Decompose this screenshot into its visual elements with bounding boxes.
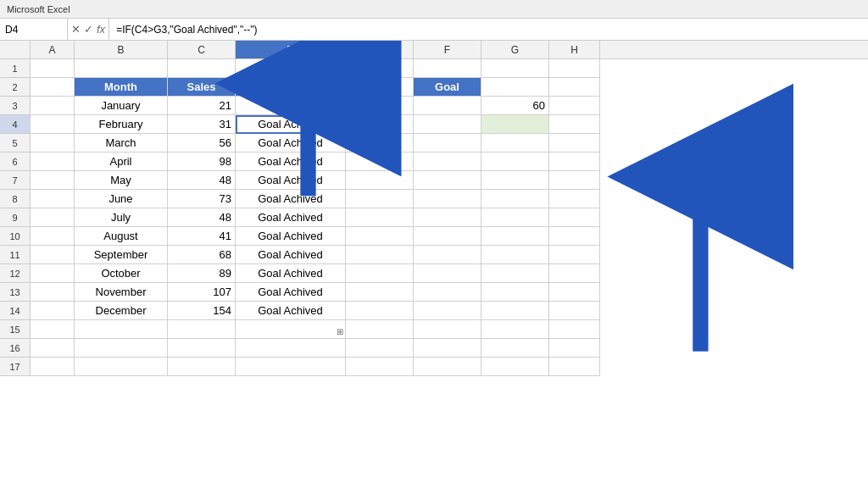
- cell-H1[interactable]: [549, 59, 600, 78]
- cell-A8[interactable]: [31, 190, 75, 208]
- cell-A17[interactable]: [31, 358, 75, 376]
- cell-H8[interactable]: [549, 190, 600, 208]
- cell-G6[interactable]: [481, 152, 549, 171]
- cell-C10[interactable]: 41: [168, 227, 236, 246]
- cell-H10[interactable]: [549, 227, 600, 246]
- cell-B17[interactable]: [75, 358, 168, 376]
- cell-C15[interactable]: [168, 320, 236, 339]
- cell-A4[interactable]: [31, 115, 75, 134]
- cell-G15[interactable]: [481, 320, 549, 339]
- cell-E1[interactable]: [346, 59, 414, 78]
- cell-H14[interactable]: [549, 302, 600, 320]
- cell-E10[interactable]: [346, 227, 414, 246]
- cell-A15[interactable]: [31, 320, 75, 339]
- cell-H2[interactable]: [549, 78, 600, 97]
- col-header-H[interactable]: H: [549, 41, 600, 58]
- cell-E4[interactable]: [346, 115, 414, 134]
- cell-C3[interactable]: 21: [168, 97, 236, 115]
- col-header-D[interactable]: D: [236, 41, 346, 58]
- cell-F2[interactable]: Goal: [414, 78, 481, 97]
- cell-B10[interactable]: August: [75, 227, 168, 246]
- cell-B4[interactable]: February: [75, 115, 168, 134]
- cell-A16[interactable]: [31, 339, 75, 358]
- cell-H9[interactable]: [549, 208, 600, 227]
- cell-F7[interactable]: [414, 171, 481, 190]
- cell-B1[interactable]: [75, 59, 168, 78]
- cell-F15[interactable]: [414, 320, 481, 339]
- cell-D13[interactable]: Goal Achived: [236, 283, 346, 302]
- cell-E3[interactable]: [346, 97, 414, 115]
- cell-H4[interactable]: [549, 115, 600, 134]
- col-header-A[interactable]: A: [31, 41, 75, 58]
- cell-H6[interactable]: [549, 152, 600, 171]
- cell-A9[interactable]: [31, 208, 75, 227]
- cell-D16[interactable]: [236, 339, 346, 358]
- cell-D12[interactable]: Goal Achived: [236, 264, 346, 283]
- cell-A11[interactable]: [31, 246, 75, 264]
- cell-C6[interactable]: 98: [168, 152, 236, 171]
- cell-A14[interactable]: [31, 302, 75, 320]
- cell-A10[interactable]: [31, 227, 75, 246]
- cell-H15[interactable]: [549, 320, 600, 339]
- cell-B16[interactable]: [75, 339, 168, 358]
- cell-H16[interactable]: [549, 339, 600, 358]
- cell-B14[interactable]: December: [75, 302, 168, 320]
- cell-E13[interactable]: [346, 283, 414, 302]
- cell-F14[interactable]: [414, 302, 481, 320]
- col-header-F[interactable]: F: [414, 41, 481, 58]
- cell-B5[interactable]: March: [75, 134, 168, 152]
- cell-C9[interactable]: 48: [168, 208, 236, 227]
- cell-E15[interactable]: [346, 320, 414, 339]
- cell-D10[interactable]: Goal Achived: [236, 227, 346, 246]
- cell-G10[interactable]: [481, 227, 549, 246]
- cell-D17[interactable]: [236, 358, 346, 376]
- cell-H17[interactable]: [549, 358, 600, 376]
- cell-G17[interactable]: [481, 358, 549, 376]
- cell-D8[interactable]: Goal Achived: [236, 190, 346, 208]
- cell-B6[interactable]: April: [75, 152, 168, 171]
- cell-C11[interactable]: 68: [168, 246, 236, 264]
- cell-G2[interactable]: [481, 78, 549, 97]
- col-header-C[interactable]: C: [168, 41, 236, 58]
- cell-F11[interactable]: [414, 246, 481, 264]
- cell-C17[interactable]: [168, 358, 236, 376]
- confirm-icon[interactable]: ✓: [84, 23, 93, 36]
- cell-B13[interactable]: November: [75, 283, 168, 302]
- cell-reference[interactable]: D4: [0, 19, 68, 40]
- cell-C12[interactable]: 89: [168, 264, 236, 283]
- cell-B9[interactable]: July: [75, 208, 168, 227]
- cell-G12[interactable]: [481, 264, 549, 283]
- cancel-icon[interactable]: ✕: [71, 23, 81, 36]
- cell-C8[interactable]: 73: [168, 190, 236, 208]
- cell-B8[interactable]: June: [75, 190, 168, 208]
- cell-A7[interactable]: [31, 171, 75, 190]
- cell-G5[interactable]: [481, 134, 549, 152]
- cell-F12[interactable]: [414, 264, 481, 283]
- cell-D3[interactable]: –: [236, 97, 346, 115]
- cell-C4[interactable]: 31: [168, 115, 236, 134]
- cell-G7[interactable]: [481, 171, 549, 190]
- cell-F16[interactable]: [414, 339, 481, 358]
- cell-B7[interactable]: May: [75, 171, 168, 190]
- cell-G16[interactable]: [481, 339, 549, 358]
- cell-C1[interactable]: [168, 59, 236, 78]
- cell-D6[interactable]: Goal Achived: [236, 152, 346, 171]
- cell-F4[interactable]: [414, 115, 481, 134]
- cell-F5[interactable]: [414, 134, 481, 152]
- cell-D14[interactable]: Goal Achived: [236, 302, 346, 320]
- cell-G4[interactable]: [481, 115, 549, 134]
- cell-G1[interactable]: [481, 59, 549, 78]
- cell-C13[interactable]: 107: [168, 283, 236, 302]
- cell-A12[interactable]: [31, 264, 75, 283]
- cell-A1[interactable]: [31, 59, 75, 78]
- cell-E8[interactable]: [346, 190, 414, 208]
- cell-H3[interactable]: [549, 97, 600, 115]
- cell-D11[interactable]: Goal Achived: [236, 246, 346, 264]
- cell-F10[interactable]: [414, 227, 481, 246]
- cell-C5[interactable]: 56: [168, 134, 236, 152]
- cell-H13[interactable]: [549, 283, 600, 302]
- cell-G11[interactable]: [481, 246, 549, 264]
- cell-G8[interactable]: [481, 190, 549, 208]
- cell-H7[interactable]: [549, 171, 600, 190]
- cell-D1[interactable]: [236, 59, 346, 78]
